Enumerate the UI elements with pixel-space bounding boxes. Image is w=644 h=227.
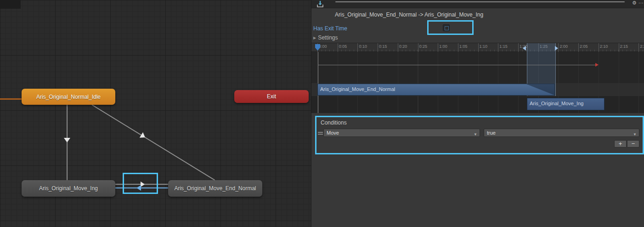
ruler-tick: 1:15 (498, 43, 508, 52)
ruler-tick: 2:10 (599, 43, 608, 52)
header-slider[interactable] (335, 1, 625, 2)
has-exit-time-checkbox[interactable] (443, 24, 450, 31)
transition-arrow-icon (139, 132, 147, 140)
transition-title: Aris_Original_Move_End_Normal -> Aris_Or… (335, 11, 483, 18)
tutorial-highlight-checkbox (427, 20, 474, 35)
foldout-arrow-icon: ▶ (313, 36, 316, 40)
settings-foldout[interactable]: ▶Settings (313, 34, 338, 41)
condition-value-dropdown[interactable]: true▼ (484, 129, 639, 137)
ruler-tick: 0:10 (357, 43, 367, 52)
transition-timeline[interactable]: 0:00 0:05 0:10 0:15 0:20 0:25 1:00 1:05 … (311, 43, 644, 113)
duration-line (318, 65, 595, 65)
crossfade-triangle (526, 84, 554, 95)
conditions-header: Conditions (321, 119, 347, 126)
selected-transition-arrow-icon (136, 185, 141, 191)
has-exit-time-label: Has Exit Time (313, 25, 347, 32)
state-node-idle[interactable]: Aris_Original_Normal_Idle (22, 89, 115, 105)
ruler-tick: 1:00 (438, 43, 447, 52)
timeline-ruler[interactable]: 0:00 0:05 0:10 0:15 0:20 0:25 1:00 1:05 … (311, 43, 644, 52)
remove-condition-button[interactable]: − (627, 140, 639, 148)
animator-graph-canvas[interactable]: Aris_Original_Normal_Idle Exit Aris_Orig… (0, 0, 311, 227)
more-icon[interactable]: ⋯ (638, 0, 644, 6)
condition-parameter-dropdown[interactable]: Move▼ (323, 129, 480, 137)
clip-bar-label: Aris_Original_Move_End_Normal (320, 86, 395, 92)
condition-reorder-handle[interactable] (318, 132, 323, 135)
ruler-tick: 0:15 (378, 43, 387, 52)
state-node-exit[interactable]: Exit (234, 90, 309, 103)
chevron-down-icon: ▼ (633, 131, 637, 138)
transition-move-end-to-move-ing-selected[interactable] (115, 187, 168, 188)
duration-line-arrow-icon (595, 63, 599, 67)
entry-transition-line[interactable] (0, 98, 22, 100)
graph-corner-shade (0, 0, 21, 9)
clip-bar-incoming[interactable]: Aris_Original_Move_Ing (527, 98, 604, 110)
state-node-move-end[interactable]: Aris_Original_Move_End_Normal (168, 180, 262, 197)
ruler-tick: 0:25 (418, 43, 428, 52)
clip-bar-label: Aris_Original_Move_Ing (530, 101, 583, 106)
clip-bar-outgoing[interactable]: Aris_Original_Move_End_Normal (317, 84, 555, 96)
add-condition-button[interactable]: + (614, 140, 627, 148)
state-node-move-ing[interactable]: Aris_Original_Move_Ing (22, 180, 115, 197)
transition-idle-to-move-ing[interactable] (67, 105, 68, 180)
condition-parameter-value: Move (327, 130, 339, 136)
ruler-tick: 1:10 (478, 43, 488, 52)
transition-start-handle[interactable] (523, 46, 526, 51)
transition-arrow-icon (141, 182, 145, 187)
inspector-topbar: ⚙ ⋯ (311, 0, 644, 8)
ruler-tick: 2:2 (638, 43, 644, 52)
gear-icon[interactable]: ⚙ (632, 0, 637, 6)
inspector-panel: ⚙ ⋯ Aris_Original_Move_End_Normal -> Ari… (311, 0, 644, 227)
transition-move-ing-to-move-end[interactable] (115, 184, 168, 185)
conditions-section: Conditions Move▼ true▼ + − (315, 116, 644, 154)
transition-arrow-icon (64, 138, 70, 142)
transition-idle-to-move-end[interactable] (91, 104, 215, 181)
ruler-tick: 2:00 (558, 43, 568, 52)
ruler-tick: 2:15 (619, 43, 628, 52)
ruler-tick: 1:05 (458, 43, 468, 52)
settings-label: Settings (318, 34, 338, 41)
condition-value: true (487, 130, 496, 136)
ruler-tick: 0:20 (398, 43, 407, 52)
ruler-tick: 2:05 (578, 43, 588, 52)
chevron-down-icon: ▼ (474, 131, 477, 138)
transition-icon (316, 0, 324, 8)
ruler-tick: 0:05 (338, 43, 347, 52)
playhead-line (318, 52, 318, 113)
